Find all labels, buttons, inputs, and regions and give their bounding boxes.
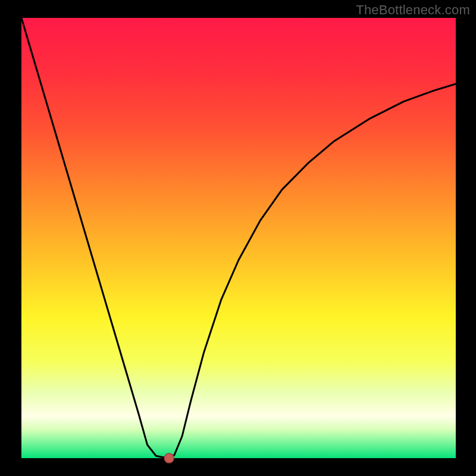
watermark-text: TheBottleneck.com (356, 2, 470, 18)
chart-frame: TheBottleneck.com (0, 0, 476, 476)
bottleneck-chart (0, 0, 476, 476)
optimal-point-marker (164, 453, 174, 463)
